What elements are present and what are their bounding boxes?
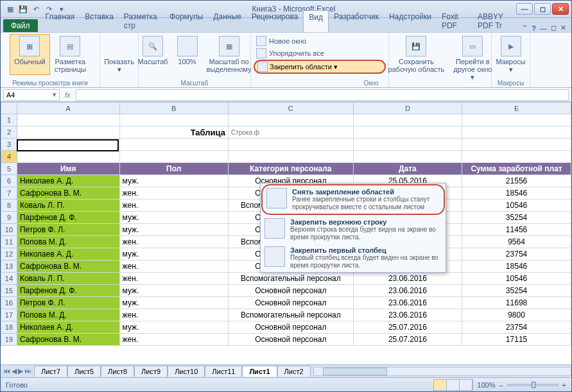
cell[interactable]: муж. [119,175,228,187]
row-header[interactable]: 17 [1,309,17,321]
ribbon-tab[interactable]: ABBYY PDF Tr [472,10,522,32]
sheet-tab[interactable]: Лист1 [242,366,277,377]
tab-first-icon[interactable]: ⏮ [3,367,10,375]
row-header[interactable]: 7 [1,187,17,200]
col-header[interactable]: C [228,103,353,114]
row-header[interactable]: 18 [1,321,17,334]
sheet-tab[interactable]: Лист2 [277,366,311,377]
cell[interactable]: жен. [119,334,228,346]
cell[interactable]: муж. [119,285,228,297]
cell[interactable]: 23.06.2016 [353,309,462,321]
cell[interactable]: 23754 [462,248,571,260]
col-header[interactable]: B [119,103,228,114]
freeze-first-col-item[interactable]: Закрепить первый столбецПервый столбец в… [261,244,446,272]
row-header[interactable]: 16 [1,297,17,309]
ribbon-tab[interactable]: Разработчик [329,10,384,32]
switch-window-button[interactable]: ▭ Перейти в другое окно ▾ [449,34,496,83]
freeze-top-row-item[interactable]: Закрепить верхнюю строкуВерхняя строка в… [261,216,446,244]
cell[interactable]: Попова М. Д. [17,309,119,321]
sheet-tab[interactable]: Лист11 [205,366,242,377]
zoom-slider[interactable] [507,384,559,386]
sheet-tab[interactable]: Лист10 [168,366,205,377]
cell[interactable]: 21556 [462,175,571,187]
ribbon-tab[interactable]: Foxit PDF [437,10,472,32]
cell[interactable]: Сафронова В. М. [17,187,119,200]
normal-view-btn[interactable] [434,380,447,390]
row-header[interactable]: 4 [1,151,17,163]
ribbon-tab[interactable]: Данные [208,10,246,32]
doc-close-icon[interactable]: ✕ [560,24,566,32]
sheet-tab[interactable]: Лист8 [101,366,134,377]
freeze-panes-button[interactable]: Закрепить области ▾ [254,60,386,74]
cell[interactable]: Основной персонал [228,321,353,334]
cell[interactable]: 10546 [462,273,571,285]
row-header[interactable]: 11 [1,236,17,248]
zoom-selection-button[interactable]: ▦ Масштаб по выделенному [202,34,256,75]
cell[interactable]: 23754 [462,321,571,334]
cell[interactable]: муж. [119,248,228,260]
normal-view-button[interactable]: ▦ Обычный [10,34,50,75]
ribbon-tab[interactable]: Надстройки [384,10,437,32]
cell[interactable]: Попова М. Д. [17,236,119,248]
cell[interactable]: 18546 [462,260,571,273]
save-workspace-button[interactable]: 💾 Сохранить рабочую область [384,34,449,83]
cell[interactable]: жен. [119,236,228,248]
sheet-tab[interactable]: Лист5 [67,366,101,377]
row-header[interactable]: 19 [1,334,17,346]
layout-view-btn[interactable] [447,380,460,390]
sheet-tab[interactable]: Лист7 [34,366,67,377]
table-title[interactable]: Таблица [119,126,228,139]
table-header[interactable]: Имя [17,163,119,175]
row-header[interactable]: 1 [1,114,17,126]
close-button[interactable]: ✕ [552,3,569,15]
cell[interactable]: 23.06.2016 [353,285,462,297]
tab-prev-icon[interactable]: ◀ [12,367,17,375]
cell[interactable]: муж. [119,321,228,334]
row-header[interactable]: 2 [1,126,17,139]
col-header[interactable]: E [462,103,571,114]
unfreeze-panes-item[interactable]: Снять закрепление областейРанее закрепле… [261,184,445,215]
cell[interactable]: 25.07.2016 [353,321,462,334]
sheet-tab[interactable]: Лист9 [134,366,168,377]
doc-restore-icon[interactable]: ◻ [551,24,557,32]
cell[interactable]: жен. [119,200,228,212]
ribbon-tab[interactable]: Вставка [80,10,119,32]
cell[interactable]: Николаев А. Д. [17,175,119,187]
row-header[interactable]: 14 [1,273,17,285]
cell[interactable]: Парфенов Д. Ф. [17,212,119,224]
formula-input[interactable] [76,89,569,101]
table-header[interactable]: Сумма заработной плат [462,163,571,175]
ribbon-tab[interactable]: Вид [303,10,329,32]
cell[interactable]: 11698 [462,297,571,309]
cell[interactable]: муж. [119,224,228,236]
cell[interactable]: муж. [119,212,228,224]
macros-button[interactable]: ▶ Макросы▾ [492,34,530,75]
ribbon-minimize-icon[interactable]: ⌃ [522,24,528,32]
cell[interactable]: 23.06.2016 [353,297,462,309]
cell[interactable]: 23.06.2016 [353,273,462,285]
cell[interactable]: 18546 [462,187,571,200]
row-header[interactable]: 10 [1,224,17,236]
row-header[interactable]: 9 [1,212,17,224]
cell[interactable]: жен. [119,273,228,285]
cell[interactable]: 35254 [462,212,571,224]
row-header[interactable]: 6 [1,175,17,187]
row-header[interactable]: 8 [1,200,17,212]
file-tab[interactable]: Файл [3,19,38,32]
cell[interactable]: Сафронова В. М. [17,260,119,273]
table-header[interactable]: Пол [119,163,228,175]
ribbon-tab[interactable]: Разметка стр [119,10,164,32]
cell[interactable]: 10546 [462,200,571,212]
zoom-100-button[interactable]: 100% [173,34,202,75]
ribbon-tab[interactable]: Главная [40,10,80,32]
table-header[interactable]: Категория персонала [228,163,353,175]
name-box[interactable]: A4▾ [3,89,60,101]
table-header[interactable]: Дата [353,163,462,175]
excel-icon[interactable]: ▦ [4,3,16,15]
zoom-level[interactable]: 100% [477,381,495,389]
cell[interactable]: Сафронова В. М. [17,334,119,346]
cell[interactable]: Николаев А. Д. [17,321,119,334]
cell[interactable]: 9564 [462,236,571,248]
page-layout-button[interactable]: ▤ Разметка страницы [50,34,91,75]
row-header[interactable]: 12 [1,248,17,260]
